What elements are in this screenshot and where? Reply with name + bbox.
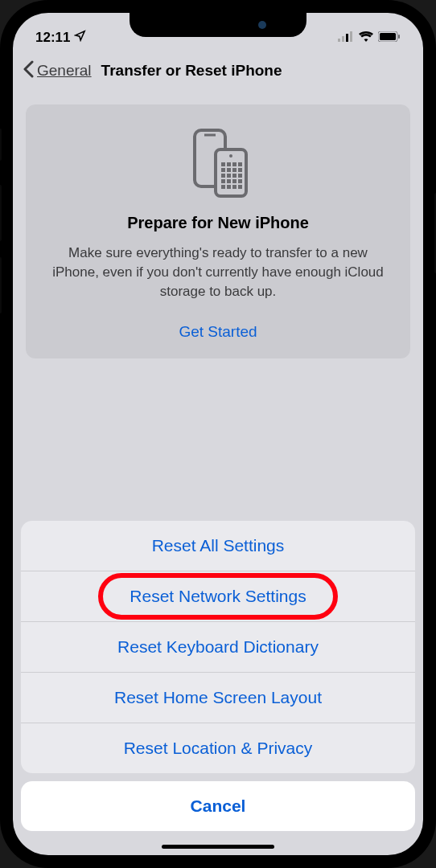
promo-card: Prepare for New iPhone Make sure everyth…	[26, 104, 410, 358]
content: Prepare for New iPhone Make sure everyth…	[13, 92, 423, 358]
status-left: 12:11	[35, 30, 86, 46]
back-chevron-icon[interactable]	[23, 59, 34, 82]
action-label: Reset Keyboard Dictionary	[117, 637, 319, 656]
promo-description: Make sure everything's ready to transfer…	[43, 244, 393, 301]
status-time: 12:11	[35, 30, 70, 46]
svg-rect-26	[238, 179, 242, 183]
svg-rect-29	[232, 185, 237, 189]
reset-keyboard-dictionary-button[interactable]: Reset Keyboard Dictionary	[21, 622, 415, 673]
svg-rect-20	[227, 174, 231, 178]
svg-rect-13	[232, 162, 237, 166]
svg-rect-21	[232, 174, 237, 178]
action-label: Reset Home Screen Layout	[114, 688, 322, 706]
nav-title: Transfer or Reset iPhone	[101, 62, 282, 80]
cellular-signal-icon	[338, 30, 354, 46]
camera-dot	[258, 21, 266, 29]
svg-rect-12	[227, 162, 231, 166]
volume-down-button	[0, 257, 2, 313]
phone-screen: 12:11 General Tra	[13, 13, 423, 855]
volume-up-button	[0, 185, 2, 241]
action-sheet-container: Reset All Settings Reset Network Setting…	[13, 521, 423, 855]
svg-rect-18	[238, 168, 242, 172]
notch	[130, 13, 306, 37]
phone-frame: 12:11 General Tra	[0, 0, 436, 868]
nav-bar: General Transfer or Reset iPhone	[13, 51, 423, 92]
reset-home-screen-layout-button[interactable]: Reset Home Screen Layout	[21, 673, 415, 723]
back-label[interactable]: General	[37, 62, 92, 80]
silent-switch	[0, 129, 2, 161]
svg-rect-24	[227, 179, 231, 183]
cancel-button[interactable]: Cancel	[21, 781, 415, 831]
svg-rect-27	[221, 185, 225, 189]
reset-all-settings-button[interactable]: Reset All Settings	[21, 521, 415, 571]
svg-rect-22	[238, 174, 242, 178]
svg-rect-19	[221, 174, 225, 178]
svg-rect-28	[227, 185, 231, 189]
svg-rect-6	[398, 35, 400, 39]
svg-point-10	[229, 154, 232, 158]
home-indicator[interactable]	[162, 845, 274, 849]
svg-rect-17	[232, 168, 237, 172]
svg-rect-3	[350, 31, 352, 42]
svg-rect-0	[338, 39, 340, 42]
cancel-label: Cancel	[191, 796, 246, 815]
svg-rect-16	[227, 168, 231, 172]
svg-rect-14	[238, 162, 242, 166]
svg-rect-2	[346, 34, 348, 42]
action-label: Reset All Settings	[152, 536, 285, 555]
status-right	[338, 30, 401, 46]
location-arrow-icon	[74, 30, 86, 46]
action-sheet: Reset All Settings Reset Network Setting…	[21, 521, 415, 773]
svg-rect-11	[221, 162, 225, 166]
svg-rect-25	[232, 179, 237, 183]
svg-rect-23	[221, 179, 225, 183]
battery-icon	[378, 30, 401, 46]
action-label: Reset Network Settings	[130, 587, 306, 605]
svg-rect-15	[221, 168, 225, 172]
reset-network-settings-button[interactable]: Reset Network Settings	[21, 571, 415, 622]
action-label: Reset Location & Privacy	[124, 739, 313, 757]
get-started-link[interactable]: Get Started	[43, 323, 393, 341]
promo-title: Prepare for New iPhone	[43, 214, 393, 232]
svg-rect-1	[342, 36, 344, 42]
promo-devices-icon	[43, 127, 393, 199]
svg-rect-30	[238, 185, 242, 189]
wifi-icon	[359, 30, 373, 46]
reset-location-privacy-button[interactable]: Reset Location & Privacy	[21, 723, 415, 773]
svg-rect-5	[380, 33, 396, 40]
